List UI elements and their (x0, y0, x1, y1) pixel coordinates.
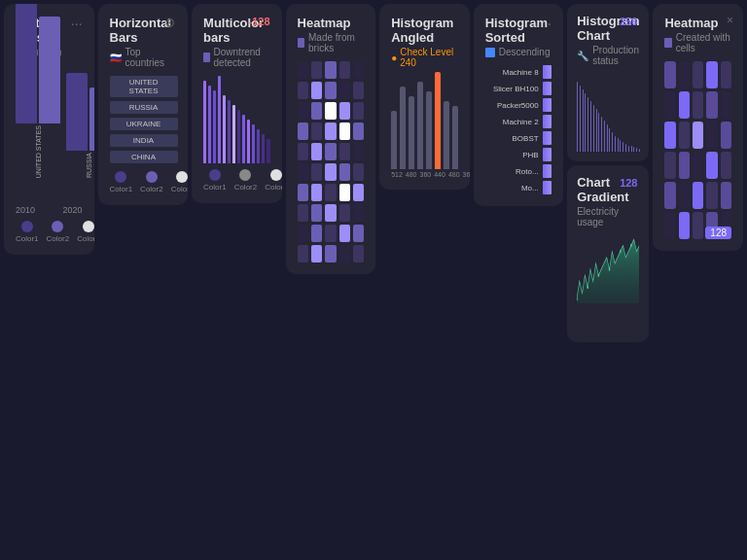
multicolor-legend: Color1 Color2 Color3 (203, 169, 270, 192)
heatmap-cell (339, 82, 350, 99)
hbar-item: UNITED STATES (110, 76, 177, 97)
hist-bar (593, 105, 594, 152)
sorted-bars: Machine 8Slicer BH100Packer5000Machine 2… (485, 65, 552, 194)
color2-dot (52, 221, 63, 232)
sorted-bar-item: PHB (485, 148, 552, 161)
gear-icon[interactable]: ⚙ (164, 16, 176, 30)
sorted-bar-name: Machine 8 (485, 68, 539, 77)
angled-bar-label: 440 (434, 171, 445, 178)
histogram-angled-title: Histogram Angled (391, 16, 458, 45)
hbar-name: UNITED STATES (110, 76, 178, 97)
heatmap2-cell (721, 182, 731, 209)
heatmap-cell (298, 61, 308, 79)
color2-item: Color2 (47, 221, 70, 243)
hbar-color1-dot (115, 171, 126, 183)
angled-bar (452, 106, 458, 169)
heatmap-card: Heatmap Made from bricks (286, 4, 376, 274)
heatmap2-cell (679, 91, 690, 119)
hist-bar (631, 146, 632, 152)
check-level: ● Check Level 240 (391, 47, 458, 68)
heatmap-grid (298, 61, 365, 262)
vbar-label: UNITED STATES (35, 125, 42, 178)
heatmap-cell (339, 225, 350, 242)
histogram-chart-card: Histogram Chart 256 🔧 Production status (567, 4, 649, 161)
vbar-label: RUSSIA (86, 153, 92, 178)
mcolor1-dot (209, 169, 221, 181)
multibar (208, 86, 211, 163)
heatmap-cell (298, 225, 308, 242)
angled-bar (444, 101, 449, 169)
vertical-bars-menu[interactable]: ··· (71, 16, 83, 31)
vbar-dark (16, 4, 37, 123)
sorted-bar-item: Machine 8 (485, 65, 552, 79)
vbar-group: RUSSIA (66, 73, 94, 182)
hist-bar (607, 124, 608, 152)
sorted-bar-item: Slicer BH100 (485, 82, 552, 95)
hist-bar (636, 148, 637, 152)
heatmap2-card: Heatmap × Created with cells 128 (653, 4, 743, 251)
sorted-bar-item: BOBST (485, 131, 552, 145)
svg-point-4 (620, 250, 622, 254)
heatmap2-subtitle: Created with cells (664, 32, 731, 53)
heatmap2-cell (679, 61, 690, 88)
vertical-bars-card: Vertical Bars Population ··· UNITED STAT… (4, 4, 94, 255)
horizontal-bars-card: Horizontal Bars 🇷🇺 Top countries ⚙ UNITE… (98, 4, 189, 205)
angled-bar-label: 512 (391, 171, 403, 178)
heatmap2-cell (706, 122, 717, 149)
heatmap-cell (339, 122, 350, 140)
angled-bar-labels: 512480360440480360640360 (391, 171, 458, 178)
vbar-dark (66, 73, 88, 151)
heatmap-cell (298, 245, 308, 262)
heatmap2-cell (706, 61, 717, 88)
heatmap2-cell (721, 61, 731, 88)
heatmap-cell (311, 143, 322, 160)
heatmap-cell (339, 61, 350, 79)
heatmap2-cell (721, 122, 731, 149)
histogram-sorted-card: Histogram Sorted · Descending Machine 8S… (474, 4, 564, 206)
multibar (237, 110, 240, 163)
multicolor-subtitle: Downtrend detected (203, 47, 270, 68)
heatmap-cell (298, 204, 308, 222)
mcolor3-item: Color3 (265, 169, 281, 192)
hbar-color3-dot (176, 171, 188, 183)
hist-bar (639, 149, 640, 152)
heatmap-cell (353, 122, 364, 140)
heatmap-cell (311, 184, 322, 201)
hist-bar (577, 82, 578, 152)
heatmap2-cell (693, 152, 703, 179)
histogram-sorted-menu[interactable]: · (548, 16, 551, 33)
sorted-bar (543, 82, 552, 95)
hist-bar (590, 101, 591, 152)
heatmap-cell (353, 225, 364, 242)
heatmap2-cell (706, 91, 717, 119)
hist-bar (598, 113, 599, 152)
sorted-bar (543, 181, 552, 194)
sorted-bar-name: Mo... (485, 184, 539, 192)
hbar-name: RUSSIA (110, 101, 178, 114)
histogram-angled-card: Histogram Angled ● Check Level 240 51248… (379, 4, 470, 190)
heatmap-cell (311, 163, 322, 181)
heatmap-cell (353, 204, 364, 222)
heatmap-subtitle: Made from bricks (298, 32, 365, 53)
histogram-sorted-subtitle: Descending (485, 47, 552, 57)
svg-point-2 (598, 273, 600, 277)
hist-bar (604, 121, 605, 152)
multibar (257, 129, 260, 163)
heatmap2-icon (664, 38, 671, 48)
multicolor-bars-card: Multicolor bars -128 Downtrend detected … (192, 4, 282, 203)
angled-bar-label: 480 (448, 171, 460, 178)
close-icon[interactable]: × (727, 14, 733, 27)
vbar-light (89, 88, 94, 151)
chart-gradient-badge: 128 (620, 177, 637, 189)
heatmap-cell (311, 204, 322, 222)
svg-point-1 (587, 286, 589, 290)
heatmap2-grid (664, 61, 731, 239)
multibar (252, 124, 255, 163)
heatmap-cell (325, 122, 336, 140)
heatmap-cell (339, 245, 350, 262)
sorted-bar (543, 115, 552, 128)
multibar (228, 100, 231, 163)
hist-bar (587, 97, 588, 152)
heatmap2-cell (679, 152, 690, 179)
hbar-color1-item: Color1 (110, 171, 133, 193)
